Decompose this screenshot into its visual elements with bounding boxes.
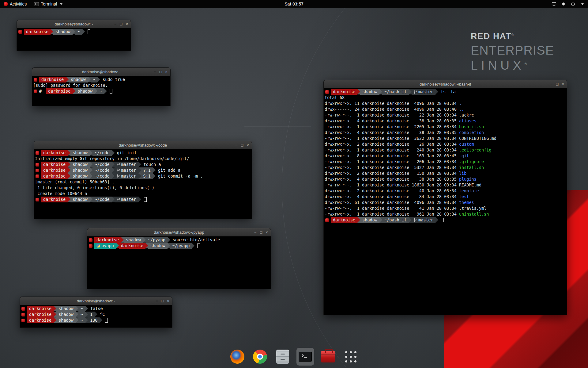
- terminal-output-line: drwx------. 24 darknoise darknoise 4096 …: [325, 106, 567, 112]
- window-minimize-button[interactable]: −: [254, 230, 257, 234]
- window-close-button[interactable]: ×: [126, 22, 128, 26]
- output-text: drwxrwxr-x. 4 darknoise darknoise 84 Jan…: [325, 194, 459, 200]
- output-text: drwxrwxr-x. 11 darknoise darknoise 4096 …: [325, 101, 459, 106]
- output-text: [sudo] password for darknoise:: [33, 82, 110, 88]
- prompt-segment-status: 1: [88, 312, 95, 317]
- terminal-body[interactable]: darknoiseshadow~sudo true[sudo] password…: [32, 76, 170, 106]
- segment-separator-icon: [138, 167, 141, 173]
- ls-filename: template: [459, 188, 479, 194]
- command-text: sudo true: [100, 77, 125, 82]
- prompt-segment-user: darknoise: [41, 150, 68, 156]
- terminal-output-line: -rwxrwxr-x. 1 darknoise darknoise 240 Ja…: [325, 147, 567, 153]
- terminal-window[interactable]: darknoise@shadow:~−□×darknoiseshadow~fal…: [20, 297, 172, 328]
- desktop: { "top_bar": { "activities_label": "Acti…: [0, 0, 588, 368]
- window-minimize-button[interactable]: −: [154, 70, 156, 74]
- terminal-body[interactable]: darknoiseshadow~/codegit initInitialized…: [34, 149, 252, 219]
- segment-separator-icon: [73, 88, 75, 94]
- command-text: git init: [115, 150, 137, 156]
- text-cursor: [441, 218, 444, 222]
- window-controls: −□×: [156, 297, 169, 305]
- window-minimize-button[interactable]: −: [235, 143, 238, 147]
- terminal-prompt-line: # darknoiseshadow~: [33, 88, 170, 94]
- terminal-window[interactable]: darknoise@shadow:~/code−□×darknoiseshado…: [34, 141, 252, 219]
- activities-button[interactable]: Activities: [0, 0, 30, 8]
- window-maximize-button[interactable]: □: [120, 22, 123, 26]
- terminal-output-line: drwxrwxr-x. 2 darknoise darknoise 40 Jan…: [325, 188, 567, 194]
- output-text: -rw-rw-r--. 1 darknoise darknoise 3622 J…: [325, 136, 459, 141]
- app-menu[interactable]: Terminal: [30, 0, 66, 8]
- window-close-button[interactable]: ×: [167, 299, 169, 303]
- terminal-window[interactable]: darknoise@shadow:~−□×darknoiseshadow~: [17, 20, 131, 51]
- segment-separator-icon: [357, 217, 360, 223]
- segment-separator-icon: [138, 162, 141, 167]
- terminal-body[interactable]: darknoiseshadow~: [17, 28, 131, 51]
- window-maximize-button[interactable]: □: [241, 143, 243, 147]
- terminal-prompt-line: darknoiseshadow~/bash-itmaster: [325, 217, 567, 223]
- window-minimize-button[interactable]: −: [550, 82, 553, 86]
- dock-item-app-grid[interactable]: [342, 348, 360, 366]
- segment-separator-icon: [116, 243, 119, 248]
- terminal-output-line: [master (root-commit) 50bcb63] .: [35, 179, 252, 185]
- prompt-segment-path: ~: [91, 77, 97, 82]
- terminal-prompt-line: darknoiseshadow~/codemaster: [35, 197, 252, 202]
- segment-separator-icon: [73, 29, 75, 34]
- window-titlebar[interactable]: darknoise@shadow:~−□×: [20, 297, 172, 305]
- python-icon: [96, 244, 100, 247]
- system-status-area[interactable]: [552, 2, 588, 6]
- terminal-body[interactable]: darknoiseshadow~/bash-itmasterls -latota…: [324, 88, 567, 315]
- window-maximize-button[interactable]: □: [556, 82, 559, 86]
- prompt-segment-user: darknoise: [94, 237, 121, 243]
- window-titlebar[interactable]: darknoise@shadow:~−□×: [17, 20, 131, 28]
- segment-separator-icon: [85, 312, 88, 317]
- window-titlebar[interactable]: darknoise@shadow:~/pyapp−□×: [87, 228, 271, 236]
- terminal-output-line: -rwxrwxr-x. 1 darknoise darknoise 206 Ja…: [325, 159, 567, 165]
- command-text: git add a: [156, 167, 180, 173]
- prompt-segment-user: darknoise: [39, 77, 66, 82]
- output-text: -rw-rw-r--. 1 darknoise darknoise 41 Jan…: [325, 205, 459, 211]
- app-menu-label: Terminal: [41, 2, 57, 6]
- terminal-window[interactable]: darknoise@shadow:~/bash-it−□×darknoisesh…: [323, 80, 567, 315]
- dock-item-chrome[interactable]: [251, 348, 269, 366]
- window-titlebar[interactable]: darknoise@shadow:~/bash-it−□×: [324, 80, 567, 88]
- window-close-button[interactable]: ×: [247, 143, 249, 147]
- ls-filename: install.sh: [459, 165, 484, 171]
- prompt-segment-git: master: [412, 89, 435, 95]
- window-close-button[interactable]: ×: [562, 82, 564, 86]
- terminal-body[interactable]: darknoiseshadow~falsedarknoiseshadow~1^C…: [20, 305, 172, 328]
- terminal-window[interactable]: darknoise@shadow:~/pyapp−□×darknoiseshad…: [87, 228, 271, 289]
- window-layer: darknoise@shadow:~−□×darknoiseshadow~dar…: [0, 0, 588, 368]
- dock-item-files[interactable]: [274, 348, 292, 366]
- terminal-window[interactable]: darknoise@shadow:~−□×darknoiseshadow~sud…: [32, 67, 171, 106]
- prompt-segment-host: shadow: [70, 167, 90, 173]
- window-maximize-button[interactable]: □: [161, 299, 164, 303]
- terminal-body[interactable]: darknoiseshadow~/pyappsource bin/activat…: [87, 236, 271, 289]
- terminal-prompt-line: darknoiseshadow~/codemaster?:1git add a: [35, 167, 252, 173]
- prompt-segment-host: shadow: [75, 88, 95, 94]
- window-minimize-button[interactable]: −: [114, 22, 117, 26]
- dock-item-terminal[interactable]: [296, 348, 314, 366]
- dock-item-toolbox[interactable]: [319, 348, 337, 366]
- clock[interactable]: Sat 03:57: [285, 2, 303, 6]
- window-titlebar[interactable]: darknoise@shadow:~−□×: [32, 68, 170, 76]
- segment-separator-icon: [379, 217, 382, 223]
- git-branch-icon: [117, 163, 120, 167]
- segment-separator-icon: [90, 173, 92, 179]
- prompt-segment-host: shadow: [56, 306, 76, 312]
- prompt-segment-git2: ?:1: [141, 167, 153, 173]
- segment-separator-icon: [90, 162, 92, 167]
- dock-item-firefox[interactable]: [228, 348, 246, 366]
- output-text: 1 file changed, 0 insertions(+), 0 delet…: [35, 185, 154, 191]
- segment-separator-icon: [51, 29, 53, 34]
- window-maximize-button[interactable]: □: [160, 70, 162, 74]
- terminal-prompt-line: darknoiseshadow~: [18, 29, 131, 35]
- command-text: touch a: [141, 162, 161, 167]
- window-minimize-button[interactable]: −: [156, 299, 158, 303]
- prompt-segment-path: ~/code: [92, 167, 112, 173]
- window-close-button[interactable]: ×: [165, 70, 168, 74]
- terminal-prompt-line: darknoiseshadow~false: [21, 306, 172, 312]
- prompt-segment-user: darknoise: [41, 167, 68, 173]
- window-maximize-button[interactable]: □: [260, 230, 262, 234]
- window-close-button[interactable]: ×: [266, 230, 268, 234]
- window-titlebar[interactable]: darknoise@shadow:~/code−□×: [34, 141, 252, 149]
- prompt-segment-user: darknoise: [27, 317, 54, 323]
